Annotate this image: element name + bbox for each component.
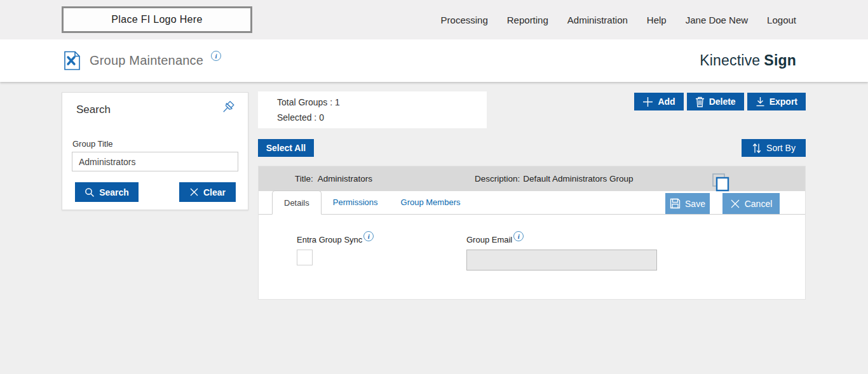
group-maintenance-doc-icon [64,51,81,70]
group-email-label: Group Email [466,235,512,244]
group-email-label-block: Group Emaili [466,235,524,245]
selected-count-text: Selected : 0 [277,112,324,123]
tab-details[interactable]: Details [272,190,322,215]
group-email-info-icon[interactable]: i [513,231,524,241]
save-button[interactable]: Save [665,193,710,214]
sort-by-label: Sort By [766,143,796,153]
delete-button[interactable]: Delete [687,93,744,110]
group-row-header[interactable]: Title:Administrators Description:Default… [259,166,805,191]
save-floppy-icon [670,198,681,209]
entra-group-sync-checkbox[interactable] [297,250,313,265]
delete-button-label: Delete [709,97,736,107]
nav-item-administration[interactable]: Administration [567,15,628,25]
clear-button-label: Clear [203,187,226,197]
top-navigation: Processing Reporting Administration Help… [441,0,796,39]
search-panel-title: Search [76,104,111,116]
plus-icon [642,97,653,107]
page-title-info-icon[interactable]: i [211,51,221,61]
group-email-input [466,250,657,270]
sort-by-button[interactable]: Sort By [742,139,806,157]
brand-bold: Sign [764,52,796,69]
add-button[interactable]: Add [634,93,683,110]
nav-item-processing[interactable]: Processing [441,15,488,25]
page-header: Group Maintenance i Kinective Sign [0,39,868,82]
export-button[interactable]: Export [747,93,806,110]
nav-item-logout[interactable]: Logout [767,15,796,25]
entra-group-sync-label: Entra Group Sync [297,235,362,244]
copy-icon[interactable] [711,173,730,192]
group-title-field-value: Administrators [318,174,372,184]
search-button-label: Search [99,187,129,197]
group-title-input[interactable] [72,152,238,171]
group-description-field-label: Description: [475,174,520,184]
sort-arrows-icon [752,143,762,154]
cancel-button[interactable]: Cancel [722,193,780,214]
brand-regular: Kinective [700,52,760,69]
fi-logo-text: Place FI Logo Here [111,14,202,25]
select-all-label: Select All [266,143,306,153]
total-groups-text: Total Groups : 1 [277,97,340,107]
group-title-field-label: Title: [295,174,313,184]
save-button-label: Save [685,199,705,209]
module-title-block: Group Maintenance i [64,39,221,82]
fi-logo-placeholder: Place FI Logo Here [62,6,252,33]
group-stats-panel: Total Groups : 1 Selected : 0 [258,91,487,128]
search-icon [85,187,95,197]
search-panel: Search Group Title Search [62,92,248,210]
pin-icon[interactable] [219,99,236,116]
group-title-label: Group Title [72,139,113,149]
select-all-button[interactable]: Select All [258,139,314,157]
group-description-field: Description:Default Administrators Group [475,166,634,191]
tab-permissions[interactable]: Permissions [322,190,390,214]
entra-group-sync-label-block: Entra Group Synci [297,235,374,245]
clear-x-icon [189,187,199,197]
main-area: Search Group Title Search [0,82,868,374]
export-button-label: Export [770,97,797,107]
entra-group-sync-info-icon[interactable]: i [363,231,374,241]
app-root: Place FI Logo Here Processing Reporting … [0,0,868,374]
nav-item-user[interactable]: Jane Doe New [686,15,748,25]
search-button[interactable]: Search [75,182,139,202]
tab-group-members[interactable]: Group Members [390,190,472,214]
brand-logo: Kinective Sign [700,39,796,82]
page-title: Group Maintenance [90,53,203,68]
add-button-label: Add [658,97,675,107]
nav-item-reporting[interactable]: Reporting [507,15,548,25]
trash-icon [695,97,705,107]
download-icon [756,97,765,107]
nav-item-help[interactable]: Help [647,15,667,25]
cancel-button-label: Cancel [745,199,773,209]
cancel-x-icon [730,199,740,209]
top-bar: Place FI Logo Here Processing Reporting … [0,0,868,39]
clear-button[interactable]: Clear [179,182,236,202]
group-detail-panel: Title:Administrators Description:Default… [258,166,806,300]
group-description-field-value: Default Administrators Group [523,174,633,184]
group-title-field: Title:Administrators [295,166,372,191]
group-actions: Add Delete Export [634,93,806,110]
